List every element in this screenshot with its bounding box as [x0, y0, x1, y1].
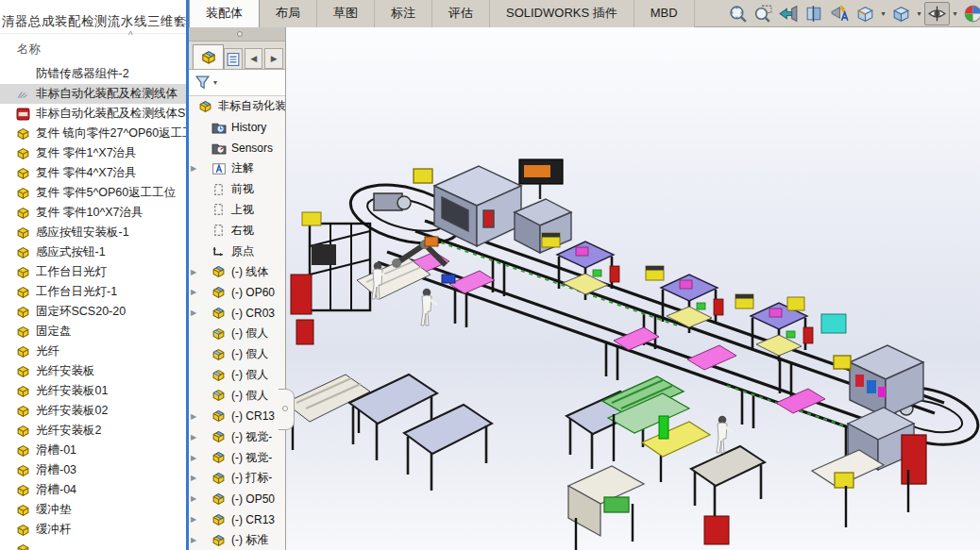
file-name: 复件 零件4^X7治具 [36, 165, 137, 181]
expand-arrow-icon[interactable]: ▶ [189, 494, 198, 503]
filter-dropdown-caret[interactable]: ▾ [213, 78, 217, 87]
packing-cell-right [812, 408, 926, 527]
tree-item[interactable]: ▶(-) 打标- [189, 468, 285, 489]
file-row[interactable]: 缓冲杆 [0, 520, 186, 540]
file-row[interactable]: 复件 零件10^X7治具 [0, 203, 186, 223]
tree-item[interactable]: ▶(-) 视觉- [189, 426, 285, 447]
file-row[interactable]: 非标自动化装配及检测线体ST [0, 104, 186, 124]
tree-item[interactable]: ▶(-) OP50 [189, 489, 285, 509]
expand-arrow-icon[interactable]: ▶ [189, 474, 198, 482]
display-style-icon[interactable] [888, 2, 914, 25]
tree-item[interactable]: (-) 假人 [189, 324, 285, 344]
hide-show-items-dropdown-caret[interactable]: ▾ [950, 2, 960, 25]
section-view-icon[interactable] [802, 2, 827, 25]
expand-arrow-icon[interactable]: ▶ [189, 268, 198, 276]
view-orientation-icon[interactable] [853, 2, 878, 25]
ribbon-tab[interactable]: 装配体 [189, 0, 260, 27]
tree-item[interactable]: ▶(-) CR13 [189, 509, 285, 530]
tree-item[interactable]: History [189, 117, 285, 138]
ribbon-tab[interactable]: 评估 [432, 0, 490, 27]
ribbon-tab[interactable]: 草图 [317, 0, 375, 27]
file-row[interactable]: 复件 零件1^X7治具 [0, 143, 186, 163]
tree-item[interactable]: 非标自动化装 [189, 96, 285, 117]
tree-item[interactable]: ▶(-) OP60 [189, 282, 285, 303]
history-folder-icon [211, 121, 228, 134]
expand-arrow-icon[interactable]: ▶ [189, 515, 198, 524]
tree-item[interactable]: 原点 [189, 241, 285, 261]
expand-arrow-icon[interactable]: ▶ [189, 536, 198, 544]
tree-filter[interactable]: ▾ [189, 70, 285, 96]
zoom-to-fit-icon[interactable] [725, 2, 751, 25]
previous-view-icon[interactable] [776, 2, 802, 25]
panel-grip[interactable] [189, 27, 285, 42]
file-row[interactable]: 复件 零件5^OP60返工工位 [0, 183, 186, 203]
tree-item[interactable]: ▶注解 [189, 158, 285, 179]
file-row[interactable]: 感应按钮安装板-1 [0, 223, 186, 242]
expand-arrow-icon[interactable]: ▶ [189, 288, 198, 296]
file-row[interactable]: 感应式按钮-1 [0, 242, 186, 262]
expand-arrow-icon[interactable]: ▶ [189, 412, 198, 421]
hide-show-items-icon[interactable] [924, 2, 950, 25]
sort-ascending-icon[interactable]: ^ [128, 30, 133, 41]
file-row[interactable]: 非标自动化装配及检测线体 [0, 84, 186, 104]
tree-item[interactable]: ▶(-) 标准 [189, 530, 285, 550]
ribbon-tab[interactable]: SOLIDWORKS 插件 [490, 0, 634, 27]
panel-splitter-handle[interactable] [279, 389, 295, 430]
ribbon-tab[interactable]: MBD [634, 0, 695, 27]
expand-arrow-icon[interactable]: ▶ [189, 164, 198, 173]
file-row[interactable]: 固定环SCS20-20 [0, 302, 186, 322]
edit-appearance-icon[interactable] [960, 2, 980, 25]
tree-item[interactable]: 上视 [189, 199, 285, 220]
file-row[interactable]: 复件 镜向零件27^OP60返工工 [0, 124, 186, 143]
file-row[interactable]: 滑槽-01 [0, 441, 186, 460]
file-row[interactable]: 工作台日光灯-1 [0, 282, 186, 302]
graphics-viewport[interactable] [189, 27, 980, 550]
solidworks-screen: { "explorer": { "title": "清器总成装配检测流水线三维套… [0, 0, 980, 550]
view-orientation-dropdown-caret[interactable]: ▾ [878, 2, 888, 25]
expand-arrow-icon[interactable]: ▶ [189, 433, 198, 442]
component-icon [211, 307, 228, 320]
panel-tab-scroll-right[interactable]: ▶ [264, 48, 283, 69]
display-style-dropdown-caret[interactable]: ▾ [914, 2, 924, 25]
file-row[interactable]: 缓冲垫 [0, 500, 186, 520]
tree-item[interactable]: Sensors [189, 138, 285, 158]
ribbon-tab[interactable]: 标注 [375, 0, 432, 27]
file-row[interactable]: 光纤安装板01 [0, 381, 186, 401]
file-row[interactable]: 滑槽-04 [0, 480, 186, 500]
component-icon [211, 534, 228, 547]
zoom-to-area-icon[interactable] [751, 2, 776, 25]
tree-item[interactable]: ▶(-) 视觉- [189, 447, 285, 468]
chevron-more-icon[interactable]: » [174, 13, 180, 26]
file-row[interactable]: 固定盘 [0, 322, 186, 342]
file-name: 缓冲杆 [36, 522, 72, 538]
tree-item[interactable]: (-) 假人 [189, 344, 285, 365]
plane-icon [211, 203, 228, 216]
file-row[interactable]: 滑槽-03 [0, 460, 186, 480]
monitor-sign [519, 159, 563, 199]
tab-feature-tree[interactable] [193, 44, 224, 69]
tree-item[interactable]: 右视 [189, 220, 285, 241]
tree-item[interactable]: ▶(-) 线体 [189, 261, 285, 282]
file-row[interactable]: 光纤 [0, 342, 186, 361]
file-row[interactable]: 光纤安装板 [0, 361, 186, 381]
tab-property-manager[interactable] [224, 48, 243, 69]
file-row[interactable]: 防错传感器组件-2 [0, 64, 186, 84]
expand-arrow-icon[interactable]: ▶ [189, 308, 198, 317]
file-row[interactable] [0, 540, 186, 550]
file-row[interactable]: 工作台日光灯 [0, 262, 186, 282]
tree-item[interactable]: (-) 假人 [189, 365, 285, 386]
dynamic-annotation-views-icon[interactable] [827, 2, 853, 25]
ribbon-tab[interactable]: 布局 [260, 0, 317, 27]
expand-arrow-icon[interactable]: ▶ [189, 454, 198, 462]
tree-item[interactable]: 前视 [189, 179, 285, 200]
tree-item[interactable]: ▶(-) CR13 [189, 406, 285, 426]
file-row[interactable]: 光纤安装板02 [0, 401, 186, 421]
tree-item[interactable]: ▶(-) CR03 [189, 303, 285, 324]
tree-item[interactable]: (-) 假人 [189, 385, 285, 406]
panel-tab-scroll-left[interactable]: ◀ [245, 48, 263, 69]
file-row[interactable]: 复件 零件4^X7治具 [0, 163, 186, 183]
part-icon [16, 306, 31, 319]
file-row[interactable]: 光纤安装板2 [0, 421, 186, 441]
column-header-name[interactable]: 名称 [17, 42, 41, 58]
explorer-folder-title[interactable]: 清器总成装配检测流水线三维套图 » [0, 9, 186, 34]
